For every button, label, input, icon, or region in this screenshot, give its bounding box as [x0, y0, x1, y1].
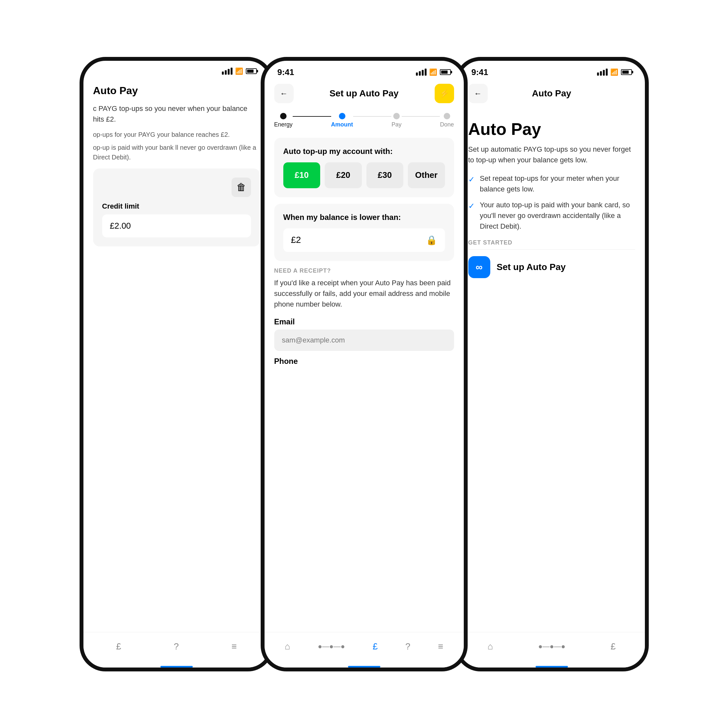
left-status-icons: 📶 [222, 67, 257, 75]
center-battery-icon [440, 69, 451, 75]
center-bolt-button[interactable]: ⚡ [435, 84, 454, 103]
step-amount-dot [339, 113, 346, 119]
amount-btn-other[interactable]: Other [408, 162, 445, 188]
receipt-section: NEED A RECEIPT? If you'd like a receipt … [274, 268, 454, 372]
step-done-dot [444, 113, 450, 119]
amount-buttons-group: £10 £20 £30 Other [283, 162, 445, 188]
step-line-1 [293, 116, 331, 117]
amount-10-label: £10 [295, 170, 309, 180]
phones-container: 📶 Auto Pay c PAYG top-ups so you never w… [0, 0, 728, 728]
center-back-arrow-icon: ← [280, 89, 288, 98]
amount-btn-10[interactable]: £10 [283, 162, 321, 188]
left-body-text-1: c PAYG top-ups so you never when your ba… [93, 103, 260, 124]
left-nav-question[interactable]: ? [174, 641, 179, 652]
left-wifi-icon: 📶 [235, 67, 243, 75]
step-energy-label: Energy [274, 121, 293, 128]
right-nav-indicator [535, 666, 568, 668]
center-nav-pound[interactable]: £ [373, 641, 378, 652]
right-battery-icon [621, 69, 632, 75]
right-nav-nodes[interactable]: ●—●—● [538, 642, 565, 651]
amount-30-label: £30 [378, 170, 392, 180]
left-nav-pound[interactable]: £ [116, 641, 121, 652]
center-stepper: Energy Amount Pay Done [265, 106, 464, 135]
center-back-button[interactable]: ← [274, 84, 294, 103]
right-setup-autopay-button[interactable]: ∞ Set up Auto Pay [468, 256, 635, 278]
left-body-text-3: op-up is paid with your bank ll never go… [93, 143, 260, 162]
left-phone: 📶 Auto Pay c PAYG top-ups so you never w… [80, 57, 274, 671]
phone-label: Phone [274, 357, 454, 366]
left-content: Auto Pay c PAYG top-ups so you never whe… [83, 78, 270, 253]
right-pound-icon: £ [610, 641, 616, 652]
left-nav-menu[interactable]: ≡ [232, 641, 237, 652]
right-home-icon: ⌂ [487, 641, 493, 652]
step-done-label: Done [440, 121, 454, 128]
right-divider [468, 249, 635, 250]
balance-input-row: £2 🔒 [283, 228, 445, 252]
left-page-title: Auto Pay [93, 85, 260, 97]
email-input[interactable] [274, 330, 454, 351]
amount-20-label: £20 [336, 170, 350, 180]
right-time: 9:41 [471, 67, 488, 77]
center-status-icons: 📶 [416, 68, 451, 76]
center-home-icon: ⌂ [284, 641, 290, 652]
right-nav-pound[interactable]: £ [610, 641, 616, 652]
center-phone: 9:41 📶 ← Set up Auto Pay ⚡ [261, 57, 468, 671]
lock-icon: 🔒 [426, 235, 437, 245]
right-check-text-2: Your auto top-up is paid with your bank … [480, 200, 635, 232]
step-pay: Pay [392, 113, 401, 128]
balance-trigger-card: When my balance is lower than: £2 🔒 [274, 204, 454, 261]
right-back-button[interactable]: ← [468, 84, 488, 103]
balance-value: £2 [291, 235, 301, 245]
step-line-3 [402, 116, 440, 117]
left-menu-icon: ≡ [232, 641, 237, 652]
center-nav-bar: ← Set up Auto Pay ⚡ [265, 81, 464, 106]
right-infinity-icon: ∞ [468, 256, 490, 278]
right-check-item-1: ✓ Set repeat top-ups for your meter when… [468, 173, 635, 194]
right-setup-autopay-label: Set up Auto Pay [497, 262, 566, 272]
right-check-text-1: Set repeat top-ups for your meter when y… [480, 173, 635, 194]
right-content: Auto Pay Set up automatic PAYG top-ups s… [459, 106, 645, 284]
center-nodes-icon: ●—●—● [318, 642, 345, 651]
center-pound-icon: £ [373, 641, 378, 652]
center-nav-nodes[interactable]: ●—●—● [318, 642, 345, 651]
right-nodes-icon: ●—●—● [538, 642, 565, 651]
left-signal-icon [222, 67, 232, 75]
amount-btn-20[interactable]: £20 [325, 162, 362, 188]
amount-other-label: Other [415, 170, 437, 180]
right-nav-home[interactable]: ⌂ [487, 641, 493, 652]
center-nav-indicator [348, 666, 380, 668]
center-nav-title: Set up Auto Pay [330, 88, 399, 99]
balance-trigger-title: When my balance is lower than: [283, 213, 445, 222]
left-bottom-nav: £ ? ≡ [83, 632, 270, 668]
center-bolt-icon: ⚡ [439, 89, 449, 98]
center-content: Auto top-up my account with: £10 £20 £30… [265, 135, 464, 668]
delete-card: 🗑 Credit limit £2.00 [93, 168, 260, 246]
auto-topup-title: Auto top-up my account with: [283, 147, 445, 156]
step-pay-dot [393, 113, 400, 119]
center-question-icon: ? [405, 641, 410, 652]
right-autopay-heading: Auto Pay [468, 119, 635, 139]
center-bottom-nav: ⌂ ●—●—● £ ? ≡ [265, 632, 464, 668]
email-label: Email [274, 317, 454, 326]
left-nav-indicator [161, 666, 193, 668]
center-nav-question[interactable]: ? [405, 641, 410, 652]
right-back-arrow-icon: ← [474, 89, 482, 98]
step-amount-label: Amount [331, 121, 353, 128]
right-check-item-2: ✓ Your auto top-up is paid with your ban… [468, 200, 635, 232]
center-nav-menu[interactable]: ≡ [438, 641, 443, 652]
trash-icon[interactable]: 🗑 [232, 177, 251, 197]
center-wifi-icon: 📶 [429, 68, 437, 76]
step-energy-dot [280, 113, 286, 119]
left-body-text-2: op-ups for your PAYG your balance reache… [93, 130, 260, 139]
amount-btn-30[interactable]: £30 [366, 162, 404, 188]
center-nav-home[interactable]: ⌂ [284, 641, 290, 652]
left-pound-icon: £ [116, 641, 121, 652]
right-check-list: ✓ Set repeat top-ups for your meter when… [468, 173, 635, 232]
auto-topup-card: Auto top-up my account with: £10 £20 £30… [274, 138, 454, 197]
right-wifi-icon: 📶 [610, 68, 618, 76]
right-phone: 9:41 📶 ← Auto Pay Auto Pay Se [455, 57, 649, 671]
right-bottom-nav: ⌂ ●—●—● £ [459, 632, 645, 668]
center-signal-icon [416, 69, 427, 76]
receipt-desc: If you'd like a receipt when your Auto P… [274, 277, 454, 309]
left-status-bar: 📶 [83, 61, 270, 78]
